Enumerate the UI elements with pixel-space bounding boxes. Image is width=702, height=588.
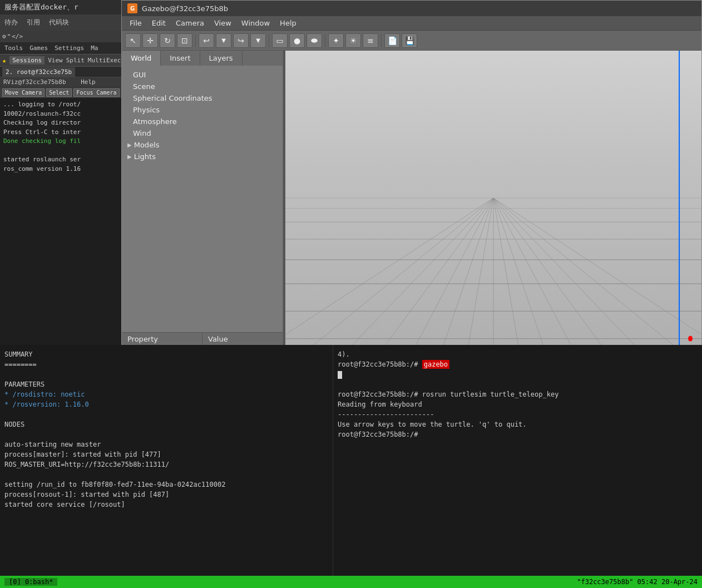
scale-tool-btn[interactable]: ⊡ — [177, 33, 192, 48]
rviz-title-bar: RViz@f32cc3e75b8b Help — [0, 77, 122, 87]
tree-item-scene[interactable]: Scene — [122, 81, 283, 92]
cylinder-btn[interactable]: ⬬ — [306, 33, 322, 48]
dir-light-btn[interactable]: ☀ — [345, 33, 361, 48]
property-header: Property Value — [122, 332, 283, 345]
bg-terminal-title: 服务器配置docker、r — [0, 0, 122, 14]
tmux-tab[interactable]: [0] 0:bash* — [4, 578, 57, 586]
bg-toolbar: 待办 引用 代码块 — [0, 14, 122, 31]
tree-item-models[interactable]: ▶ Models — [122, 139, 283, 151]
property-col-value: Value — [202, 333, 283, 345]
menu-window[interactable]: Window — [237, 18, 274, 28]
panel-tabs: World Insert Layers — [122, 51, 283, 66]
gazebo-menubar: File Edit Camera View Window Help — [122, 16, 701, 31]
gazebo-toolbar: ↖ ✛ ↻ ⊡ ↩ ▼ ↪ ▼ ▭ ● ⬬ ✦ ☀ ≡ 📄 💾 — [122, 31, 701, 51]
sep3 — [325, 34, 325, 47]
translate-tool-btn[interactable]: ✛ — [142, 33, 158, 48]
sessions-bar: ★ Sessions View Split MultiExec — [0, 55, 122, 67]
tree-item-spherical[interactable]: Spherical Coordinates — [122, 92, 283, 104]
gazebo-window: G Gazebo@f32cc3e75b8b File Edit Camera V… — [121, 0, 702, 345]
gazebo-command-highlight: gazebo — [422, 360, 449, 369]
left-terminal[interactable]: SUMMARY ======== PARAMETERS * /rosdistro… — [0, 345, 333, 588]
lights-arrow: ▶ — [127, 154, 132, 160]
tree-item-lights[interactable]: ▶ Lights — [122, 151, 283, 162]
tab-insert[interactable]: Insert — [161, 51, 200, 66]
point-light-btn[interactable]: ✦ — [328, 33, 344, 48]
panel-tree: GUI Scene Spherical Coordinates Physics … — [122, 66, 283, 332]
menu-edit[interactable]: Edit — [147, 18, 170, 28]
terminal-tab-bar: 2. root@f32cc3e75b — [0, 67, 122, 77]
models-arrow: ▶ — [127, 142, 132, 148]
summary-label: SUMMARY — [4, 349, 328, 359]
menu-camera[interactable]: Camera — [171, 18, 209, 28]
bg-terminal-content: ... logging to /root/ 10002/roslaunch-f3… — [0, 98, 122, 176]
sep1 — [195, 34, 196, 47]
box-btn[interactable]: ▭ — [272, 33, 288, 48]
rotate-tool-btn[interactable]: ↻ — [160, 33, 175, 48]
right-terminal[interactable]: 4). root@f32cc3e75b8b:/# gazebo root@f32… — [333, 345, 702, 588]
tree-item-physics[interactable]: Physics — [122, 104, 283, 116]
gazebo-titlebar: G Gazebo@f32cc3e75b8b — [122, 1, 701, 16]
3d-viewport[interactable] — [285, 51, 701, 345]
viewport-grid — [285, 51, 701, 345]
equals-line: ======== — [4, 359, 328, 369]
sphere-btn[interactable]: ● — [289, 33, 305, 48]
cursor1 — [338, 371, 342, 379]
svg-point-25 — [688, 336, 693, 342]
save-btn[interactable]: 💾 — [402, 33, 417, 48]
grid-svg — [285, 51, 701, 345]
gazebo-main: World Insert Layers GUI Scene Spherical … — [122, 51, 701, 345]
property-col-label: Property — [122, 333, 202, 345]
spot-light-btn[interactable]: ≡ — [363, 33, 378, 48]
open-model-btn[interactable]: 📄 — [384, 33, 400, 48]
tree-item-atmosphere[interactable]: Atmosphere — [122, 116, 283, 127]
undo-arrow-btn[interactable]: ▼ — [216, 33, 231, 48]
nodes-label: NODES — [4, 419, 328, 429]
menu-help[interactable]: Help — [275, 18, 301, 28]
menu-file[interactable]: File — [125, 18, 146, 28]
gazebo-logo: G — [127, 3, 137, 13]
tab-world[interactable]: World — [122, 51, 161, 66]
tmux-bar: [0] 0:bash* "f32cc3e75b8b" 05:42 20-Apr-… — [0, 576, 702, 588]
bg-icon-row: ⚙ ❝ </> — [0, 31, 122, 42]
tab-layers[interactable]: Layers — [200, 51, 243, 66]
action-buttons-row: Move Camera Select Focus Camera — [0, 87, 122, 98]
bg-toolbar2: Tools Games Settings Ma — [0, 42, 122, 55]
tree-item-gui[interactable]: GUI — [122, 69, 283, 81]
parameters-label: PARAMETERS — [4, 379, 328, 389]
cursor-tool-btn[interactable]: ↖ — [125, 33, 141, 48]
undo-btn[interactable]: ↩ — [199, 33, 214, 48]
sep4 — [381, 34, 382, 47]
tmux-left: [0] 0:bash* — [4, 578, 577, 586]
prompt1: root@f32cc3e75b8b:/# — [338, 360, 422, 368]
gazebo-title: Gazebo@f32cc3e75b8b — [142, 4, 228, 13]
left-panel: World Insert Layers GUI Scene Spherical … — [122, 51, 283, 345]
menu-view[interactable]: View — [210, 18, 236, 28]
redo-btn[interactable]: ↪ — [233, 33, 249, 48]
tree-item-wind[interactable]: Wind — [122, 127, 283, 139]
redo-arrow-btn[interactable]: ▼ — [250, 33, 266, 48]
sep2 — [269, 34, 269, 47]
bottom-area: SUMMARY ======== PARAMETERS * /rosdistro… — [0, 345, 702, 588]
tmux-right: "f32cc3e75b8b" 05:42 20-Apr-24 — [577, 578, 698, 586]
